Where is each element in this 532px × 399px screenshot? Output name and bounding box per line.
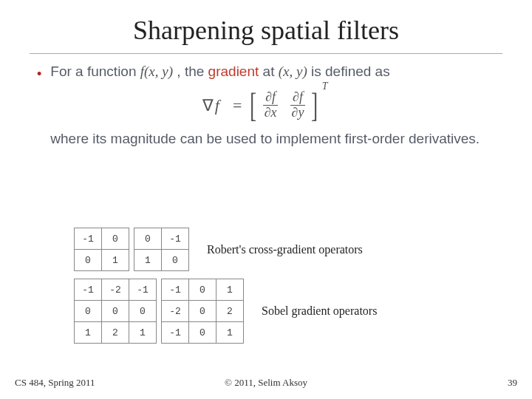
footer-left: CS 484, Spring 2011 <box>15 377 95 389</box>
cell: 0 <box>75 301 102 322</box>
cell: 1 <box>129 322 157 344</box>
sobel-label: Sobel gradient operators <box>262 304 377 318</box>
sobel-kernel-2: -101 -202 -101 <box>161 279 244 344</box>
transpose-T: T <box>322 78 328 94</box>
dfdx-num: ∂f <box>263 90 278 106</box>
dfdx-den: ∂x <box>262 106 279 120</box>
bullet-part3: at <box>263 64 279 79</box>
nabla-symbol: ∇ <box>202 93 214 117</box>
cell: 0 <box>75 250 102 271</box>
footer-right: 39 <box>508 377 517 389</box>
gradient-formula: ∇ f = [ ∂f ∂x ∂f ∂y <box>202 89 328 123</box>
slide-body: • For a function f(x, y) , the gradient … <box>0 61 532 149</box>
slide-footer: CS 484, Spring 2011 © 2011, Selim Aksoy … <box>0 377 532 389</box>
cell: 1 <box>102 250 129 271</box>
roberts-label: Robert's cross-gradient operators <box>207 243 363 256</box>
dfdy: ∂f ∂y <box>290 90 307 120</box>
bullet-part2: , the <box>177 64 208 79</box>
cell: 0 <box>162 250 189 271</box>
cell: 1 <box>216 322 244 344</box>
cell: 0 <box>102 228 129 250</box>
cell: 0 <box>102 301 129 322</box>
cell: -1 <box>75 279 102 301</box>
slide-root: Sharpening spatial filters • For a funct… <box>0 0 532 399</box>
bullet-dot-icon: • <box>37 64 41 84</box>
bullet-part1: For a function <box>50 64 140 79</box>
slide-title: Sharpening spatial filters <box>0 0 532 46</box>
bullet-part4: is defined as <box>311 64 390 79</box>
roberts-kernel-1: -10 01 <box>74 228 129 271</box>
right-bracket-icon: ] <box>312 89 318 123</box>
cell: -1 <box>129 279 157 301</box>
bullet-tail: where its magnitude can be used to imple… <box>50 131 480 146</box>
cell: 1 <box>216 279 244 301</box>
dfdy-den: ∂y <box>290 106 307 120</box>
cell: 2 <box>216 301 244 322</box>
cell: 2 <box>102 322 129 344</box>
bullet-text: For a function f(x, y) , the gradient at… <box>50 61 480 149</box>
bullet-keyword: gradient <box>208 64 259 79</box>
formula-f: f <box>215 93 219 117</box>
cell: -1 <box>162 228 189 250</box>
cell: -2 <box>102 279 129 301</box>
cell: 1 <box>134 250 162 271</box>
fraction-row: ∂f ∂x ∂f ∂y <box>262 90 307 120</box>
cell: -1 <box>162 279 189 301</box>
bullet-point: (x, y) <box>279 64 307 79</box>
dfdy-num: ∂f <box>290 90 305 106</box>
cell: -2 <box>162 301 189 322</box>
roberts-kernel-2: 0-1 10 <box>134 228 189 271</box>
cell: 0 <box>134 228 162 250</box>
kernels-area: -10 01 0-1 10 Robert's cross-gradient op… <box>74 228 488 351</box>
bullet-func: f(x, y) <box>140 64 173 79</box>
cell: 1 <box>75 322 102 344</box>
cell: -1 <box>75 228 102 250</box>
cell: 0 <box>129 301 157 322</box>
formula-eq: = <box>233 93 242 117</box>
cell: 0 <box>189 301 216 322</box>
sobel-row: -1-2-1 000 121 -101 -202 -101 Sobel grad… <box>74 279 488 344</box>
roberts-kernels: -10 01 0-1 10 <box>74 228 189 271</box>
cell: -1 <box>162 322 189 344</box>
formula-wrap: ∇ f = [ ∂f ∂x ∂f ∂y <box>50 89 480 123</box>
dfdx: ∂f ∂x <box>262 90 279 120</box>
sobel-kernel-1: -1-2-1 000 121 <box>74 279 157 344</box>
title-divider <box>30 53 502 54</box>
roberts-row: -10 01 0-1 10 Robert's cross-gradient op… <box>74 228 488 271</box>
left-bracket-icon: [ <box>250 89 256 123</box>
cell: 0 <box>189 279 216 301</box>
bullet-item: • For a function f(x, y) , the gradient … <box>37 61 495 149</box>
sobel-kernels: -1-2-1 000 121 -101 -202 -101 <box>74 279 244 344</box>
cell: 0 <box>189 322 216 344</box>
